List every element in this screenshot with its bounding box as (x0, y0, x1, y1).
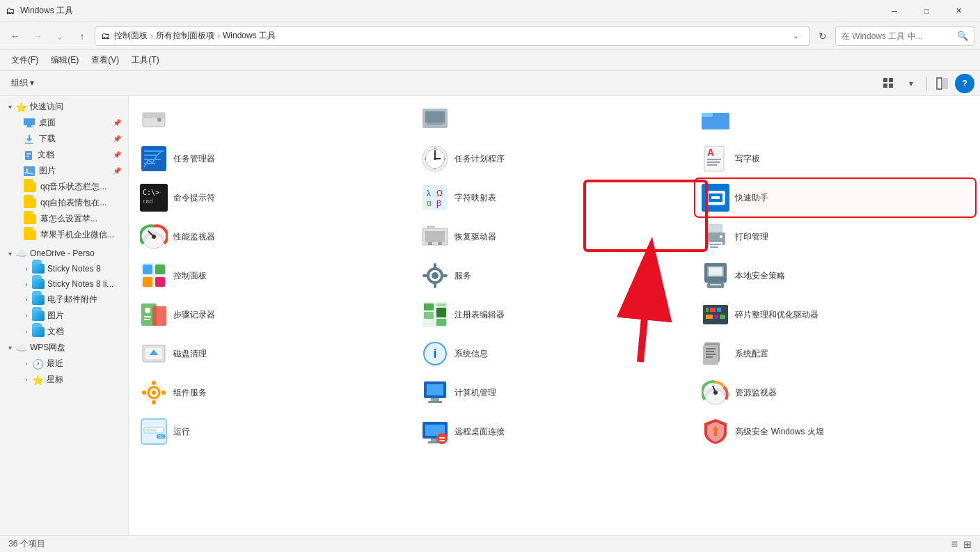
list-item-quick-assist[interactable]: 快速助手 (696, 180, 974, 216)
item-label: 任务计划程序 (455, 153, 688, 165)
sidebar-item-starred[interactable]: › ⭐ 星标 (18, 372, 127, 388)
svg-point-118 (152, 381, 156, 385)
breadcrumb-1[interactable]: 控制面板 (114, 30, 148, 42)
view-dropdown-button[interactable]: ▾ (901, 74, 921, 93)
svg-text:A: A (707, 147, 714, 158)
list-item[interactable]: 本地安全策略 (696, 258, 974, 294)
sticky-notes-8-label: Sticky Notes 8 (47, 264, 101, 274)
list-item[interactable]: i 系统信息 (416, 336, 694, 372)
sidebar-item-quick-access[interactable]: ▾ ⭐ 快速访问 (1, 99, 127, 115)
list-item[interactable]: 12 3 6 9 任务计划程序 (416, 141, 694, 177)
list-item[interactable]: A 写字板 (696, 141, 974, 177)
list-item[interactable]: 资源监视器 (696, 374, 974, 411)
refresh-button[interactable]: ↻ (813, 26, 832, 46)
sidebar-item-pictures-od[interactable]: › 图片 (18, 308, 127, 324)
item-icon-defrag (702, 301, 729, 329)
svg-rect-0 (883, 78, 887, 82)
list-item[interactable]: 控制面板 (134, 258, 413, 294)
sidebar-item-qq-music[interactable]: qq音乐状态栏怎... (18, 179, 127, 195)
view-options-button[interactable] (879, 74, 899, 93)
list-item[interactable]: 注册表编辑器 (416, 297, 694, 333)
list-item[interactable]: 服务 (416, 258, 694, 294)
sidebar-item-documents[interactable]: 文档 📌 (18, 147, 127, 163)
svg-rect-13 (26, 156, 29, 157)
sidebar-item-onedrive[interactable]: ▾ ☁️ OneDrive - Perso (1, 246, 127, 261)
help-button[interactable]: ? (955, 74, 974, 93)
sidebar-item-recent[interactable]: › 🕐 最近 (18, 356, 127, 372)
forward-button[interactable]: → (28, 26, 47, 46)
search-input[interactable] (841, 31, 954, 41)
address-dropdown-button[interactable]: ⌄ (787, 28, 804, 45)
item-icon-charmap: λ Ω α β (421, 184, 449, 212)
sidebar-item-wps[interactable]: ▾ ☁️ WPS网盘 (1, 340, 127, 356)
breadcrumb-2[interactable]: 所有控制面板项 (156, 30, 214, 42)
nav-bar: ← → ⌄ ↑ 🗂 控制面板 › 所有控制面板项 › Windows 工具 ⌄ … (0, 22, 980, 50)
list-item[interactable]: 打印管理 (696, 219, 974, 255)
list-item[interactable]: 组件服务 (134, 374, 413, 411)
svg-rect-101 (706, 315, 713, 319)
recent-locations-button[interactable]: ⌄ (50, 26, 70, 46)
sidebar-item-documents-od[interactable]: › 文档 (18, 324, 127, 340)
list-view-icon[interactable]: ≡ (951, 538, 958, 551)
list-item[interactable] (416, 102, 694, 138)
svg-rect-7 (27, 125, 31, 127)
list-item[interactable]: 磁盘清理 (134, 336, 413, 372)
up-button[interactable]: ↑ (72, 26, 92, 46)
sidebar-item-desktop[interactable]: 桌面 📌 (18, 115, 127, 131)
sidebar-item-apple[interactable]: 苹果手机企业微信... (18, 227, 127, 243)
list-item[interactable]: 系统配置 (696, 336, 974, 372)
list-item[interactable]: 步骤记录器 (134, 297, 413, 333)
pane-button[interactable] (933, 74, 952, 93)
list-item[interactable]: 碎片整理和优化驱动器 (696, 297, 974, 333)
svg-rect-21 (427, 123, 443, 125)
back-button[interactable]: ← (6, 26, 25, 46)
minimize-button[interactable]: ─ (878, 0, 910, 22)
email-attachments-label: 电子邮件附件 (47, 294, 97, 306)
list-item[interactable]: C:\> cmd 命令提示符 (134, 180, 413, 216)
svg-rect-102 (714, 315, 718, 319)
sidebar-item-qq-photo[interactable]: qq自拍表情包在... (18, 195, 127, 211)
list-item[interactable]: 高级安全 Windows 火墙 (696, 413, 974, 450)
svg-rect-17 (143, 113, 165, 118)
list-item[interactable] (696, 102, 974, 138)
organize-button[interactable]: 组织 ▾ (6, 74, 40, 92)
list-item[interactable]: 远程桌面连接 (416, 413, 694, 450)
item-label: 命令提示符 (173, 192, 407, 204)
toolbar: 组织 ▾ ▾ ? (0, 71, 980, 96)
item-icon-cmd: C:\> cmd (140, 184, 168, 212)
svg-rect-63 (438, 242, 442, 245)
list-item[interactable]: OK 运行 (134, 413, 413, 450)
sidebar-item-screen[interactable]: 幕怎么设置苹... (18, 211, 127, 227)
svg-rect-114 (706, 356, 713, 358)
list-item[interactable] (134, 102, 413, 138)
svg-rect-27 (144, 159, 161, 160)
list-item[interactable]: 计算机管理 (416, 374, 694, 411)
menu-edit[interactable]: 编辑(E) (45, 52, 84, 69)
svg-rect-4 (937, 78, 942, 89)
sidebar-item-downloads[interactable]: 下载 📌 (18, 131, 127, 147)
menu-file[interactable]: 文件(F) (6, 52, 44, 69)
svg-rect-26 (144, 155, 158, 156)
menu-tools[interactable]: 工具(T) (126, 52, 164, 69)
list-item[interactable]: λ Ω α β 字符映射表 (416, 180, 694, 216)
search-bar[interactable]: 🔍 (835, 26, 974, 46)
list-item[interactable]: 任务管理器 (134, 141, 413, 177)
maximize-button[interactable]: □ (910, 0, 942, 22)
svg-text:i: i (433, 347, 436, 361)
breadcrumb-3[interactable]: Windows 工具 (223, 30, 276, 42)
title-bar: 🗂 Windows 工具 ─ □ ✕ (0, 0, 980, 22)
sidebar-item-sticky-notes-8i[interactable]: › Sticky Notes 8 li... (18, 276, 127, 292)
item-label: 注册表编辑器 (455, 309, 688, 321)
menu-view[interactable]: 查看(V) (86, 52, 125, 69)
list-item[interactable]: 性能监视器 (134, 219, 413, 255)
svg-text:β: β (436, 198, 441, 208)
item-icon-regedit (421, 301, 449, 329)
close-button[interactable]: ✕ (942, 0, 974, 22)
expand-icon: ▾ (4, 102, 15, 113)
sidebar-item-email-attachments[interactable]: › 电子邮件附件 (18, 292, 127, 308)
sidebar-item-pictures[interactable]: 图片 📌 (18, 163, 127, 179)
tile-view-icon[interactable]: ⊞ (963, 539, 972, 550)
address-bar[interactable]: 🗂 控制面板 › 所有控制面板项 › Windows 工具 ⌄ (95, 26, 810, 46)
list-item[interactable]: 恢复驱动器 (416, 219, 694, 255)
sidebar-item-sticky-notes-8[interactable]: › Sticky Notes 8 (18, 261, 127, 276)
